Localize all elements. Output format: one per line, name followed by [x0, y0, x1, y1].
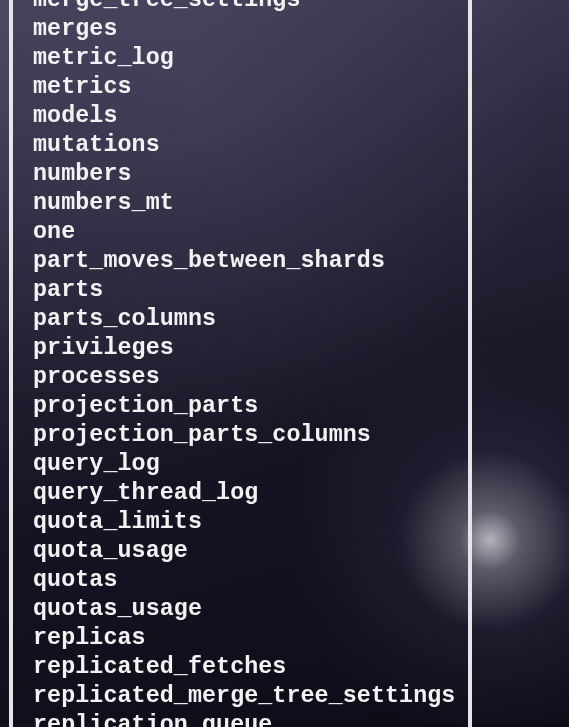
list-item[interactable]: privileges	[33, 334, 468, 363]
list-item[interactable]: replicated_fetches	[33, 653, 468, 682]
list-item[interactable]: query_thread_log	[33, 479, 468, 508]
list-item[interactable]: projection_parts	[33, 392, 468, 421]
list-item[interactable]: quota_limits	[33, 508, 468, 537]
background: merge_tree_settings merges metric_log me…	[0, 0, 569, 727]
list-item[interactable]: query_log	[33, 450, 468, 479]
table-list-panel: merge_tree_settings merges metric_log me…	[9, 0, 472, 727]
list-item[interactable]: replication_queue	[33, 711, 468, 727]
list-item[interactable]: metric_log	[33, 44, 468, 73]
list-item[interactable]: quotas_usage	[33, 595, 468, 624]
list-item[interactable]: mutations	[33, 131, 468, 160]
list-item[interactable]: merge_tree_settings	[33, 0, 468, 15]
list-item[interactable]: models	[33, 102, 468, 131]
list-item[interactable]: one	[33, 218, 468, 247]
list-item[interactable]: merges	[33, 15, 468, 44]
list-item[interactable]: projection_parts_columns	[33, 421, 468, 450]
list-item[interactable]: quotas	[33, 566, 468, 595]
list-item[interactable]: numbers	[33, 160, 468, 189]
list-item[interactable]: metrics	[33, 73, 468, 102]
list-item[interactable]: part_moves_between_shards	[33, 247, 468, 276]
list-item[interactable]: quota_usage	[33, 537, 468, 566]
list-item[interactable]: parts_columns	[33, 305, 468, 334]
list-item[interactable]: parts	[33, 276, 468, 305]
list-item[interactable]: numbers_mt	[33, 189, 468, 218]
list-item[interactable]: processes	[33, 363, 468, 392]
list-item[interactable]: replicas	[33, 624, 468, 653]
list-item[interactable]: replicated_merge_tree_settings	[33, 682, 468, 711]
